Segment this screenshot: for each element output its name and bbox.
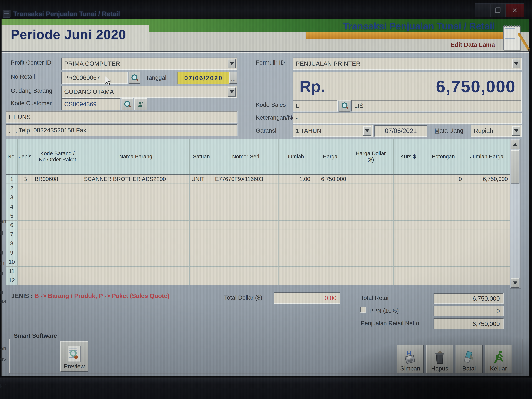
- table-cell-seri[interactable]: [213, 184, 279, 193]
- table-cell-jumlah[interactable]: [279, 193, 312, 202]
- table-cell-dollar[interactable]: [348, 211, 393, 221]
- table-row[interactable]: 8: [6, 239, 510, 248]
- table-cell-kode[interactable]: [33, 230, 82, 239]
- table-cell-jumlah[interactable]: [279, 248, 312, 257]
- table-row[interactable]: 6: [6, 221, 510, 230]
- table-cell-harga[interactable]: [312, 239, 348, 248]
- table-cell-nama[interactable]: [82, 230, 190, 239]
- close-button[interactable]: ✕: [505, 3, 524, 17]
- exit-button[interactable]: Keluar: [485, 345, 512, 374]
- table-row[interactable]: 11: [6, 266, 510, 276]
- save-button[interactable]: H Simpan: [397, 345, 424, 374]
- table-cell-seri[interactable]: [213, 221, 279, 230]
- table-cell-harga[interactable]: [312, 221, 348, 230]
- table-cell-potongan[interactable]: [423, 257, 464, 266]
- table-cell-kurs[interactable]: [393, 184, 423, 193]
- table-cell-jumlah[interactable]: 1.00: [279, 174, 312, 184]
- table-row[interactable]: 5: [6, 211, 510, 221]
- table-cell-jumlah_harga[interactable]: [464, 202, 510, 211]
- table-cell-satuan[interactable]: [190, 202, 213, 211]
- table-cell-kurs[interactable]: [393, 276, 423, 285]
- table-cell-kurs[interactable]: [393, 193, 423, 202]
- table-cell-no[interactable]: 9: [6, 248, 18, 257]
- scroll-up-icon[interactable]: [511, 139, 519, 149]
- no-retail-search-button[interactable]: [129, 72, 140, 84]
- table-cell-jumlah_harga[interactable]: [464, 276, 510, 285]
- table-cell-satuan[interactable]: [190, 221, 213, 230]
- table-cell-dollar[interactable]: [348, 221, 393, 230]
- table-cell-nama[interactable]: [82, 202, 190, 211]
- table-row[interactable]: 4: [6, 202, 510, 211]
- scroll-down-icon[interactable]: [511, 278, 519, 288]
- table-row[interactable]: 7: [6, 230, 510, 239]
- scrollbar-thumb[interactable]: [511, 150, 519, 184]
- table-cell-kode[interactable]: [33, 266, 82, 276]
- table-cell-nama[interactable]: [82, 184, 190, 193]
- table-cell-potongan[interactable]: [423, 193, 464, 202]
- table-cell-harga[interactable]: [312, 266, 348, 276]
- table-cell-dollar[interactable]: [348, 266, 393, 276]
- table-cell-jenis[interactable]: [18, 193, 33, 202]
- garansi-until-field[interactable]: 07/06/2021: [374, 125, 427, 137]
- delete-button[interactable]: Hapus: [426, 345, 453, 374]
- table-cell-nama[interactable]: SCANNER BROTHER ADS2200: [82, 174, 190, 184]
- table-cell-jumlah[interactable]: [279, 266, 312, 276]
- gudang-select[interactable]: GUDANG UTAMA: [61, 86, 237, 98]
- table-cell-nama[interactable]: [82, 221, 190, 230]
- profit-center-select[interactable]: PRIMA COMPUTER: [61, 57, 237, 70]
- table-cell-kode[interactable]: BR00608: [33, 174, 82, 184]
- table-cell-no[interactable]: 8: [6, 239, 18, 248]
- table-cell-jumlah[interactable]: [279, 257, 312, 266]
- table-cell-potongan[interactable]: [423, 248, 464, 257]
- sales-search-button[interactable]: [339, 100, 350, 112]
- table-cell-satuan[interactable]: [190, 239, 213, 248]
- table-cell-no[interactable]: 11: [6, 266, 18, 276]
- table-cell-dollar[interactable]: [348, 257, 393, 266]
- table-cell-nama[interactable]: [82, 257, 190, 266]
- table-cell-potongan[interactable]: 0: [423, 174, 464, 184]
- table-cell-kode[interactable]: [33, 248, 82, 257]
- keterangan-input[interactable]: -: [293, 113, 522, 124]
- table-cell-kurs[interactable]: [393, 257, 423, 266]
- table-cell-no[interactable]: 4: [6, 202, 18, 211]
- table-cell-kurs[interactable]: [393, 174, 423, 184]
- table-cell-dollar[interactable]: [348, 239, 393, 248]
- table-cell-dollar[interactable]: [348, 174, 393, 184]
- table-cell-jumlah[interactable]: [279, 221, 312, 230]
- table-cell-dollar[interactable]: [348, 276, 393, 285]
- table-cell-seri[interactable]: E77670F9X116603: [213, 174, 279, 184]
- table-cell-kode[interactable]: [33, 202, 82, 211]
- table-cell-potongan[interactable]: [423, 184, 464, 193]
- customer-search-button[interactable]: [121, 98, 133, 110]
- formulir-select[interactable]: PENJUALAN PRINTER: [293, 57, 522, 70]
- table-cell-jumlah[interactable]: [279, 239, 312, 248]
- table-cell-no[interactable]: 10: [6, 257, 18, 266]
- table-cell-jenis[interactable]: [18, 202, 33, 211]
- table-cell-satuan[interactable]: [190, 193, 213, 202]
- cancel-button[interactable]: Batal: [456, 345, 483, 374]
- table-cell-kode[interactable]: [33, 239, 82, 248]
- table-cell-jumlah_harga[interactable]: 6,750,000: [464, 174, 510, 184]
- table-cell-dollar[interactable]: [348, 184, 393, 193]
- table-scrollbar[interactable]: [510, 139, 521, 289]
- table-cell-kurs[interactable]: [393, 248, 423, 257]
- minimize-button[interactable]: –: [475, 3, 490, 17]
- table-cell-satuan[interactable]: [190, 276, 213, 285]
- notepad-edit-icon[interactable]: [502, 24, 525, 51]
- table-cell-kurs[interactable]: [393, 239, 423, 248]
- table-cell-jumlah_harga[interactable]: [464, 266, 510, 276]
- table-cell-seri[interactable]: [213, 239, 279, 248]
- table-cell-seri[interactable]: [213, 276, 279, 285]
- table-cell-jumlah[interactable]: [279, 184, 312, 193]
- table-cell-kurs[interactable]: [393, 230, 423, 239]
- tanggal-browse-button[interactable]: ...: [229, 72, 237, 84]
- table-cell-harga[interactable]: [312, 248, 348, 257]
- table-row[interactable]: 9: [6, 248, 510, 257]
- table-cell-jumlah_harga[interactable]: [464, 221, 510, 230]
- table-cell-satuan[interactable]: [190, 211, 213, 221]
- table-cell-jenis[interactable]: [18, 266, 33, 276]
- table-cell-harga[interactable]: [312, 184, 348, 193]
- table-cell-seri[interactable]: [213, 211, 279, 221]
- table-cell-kode[interactable]: [33, 221, 82, 230]
- table-cell-harga[interactable]: [312, 193, 348, 202]
